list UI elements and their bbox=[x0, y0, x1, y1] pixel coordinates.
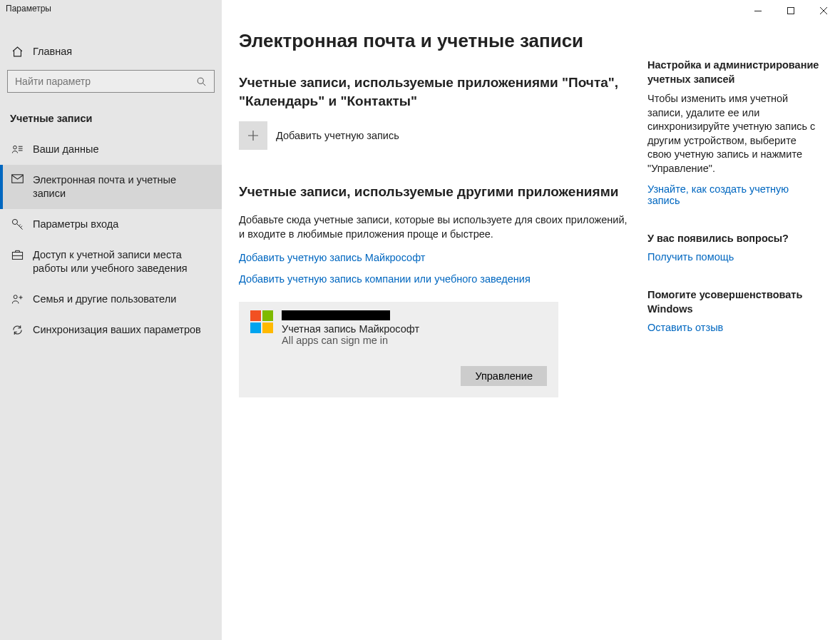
sidebar-item-label: Доступ к учетной записи места работы или… bbox=[33, 248, 212, 275]
sidebar-item-label: Синхронизация ваших параметров bbox=[33, 323, 201, 337]
svg-rect-0 bbox=[754, 11, 762, 11]
home-nav[interactable]: Главная bbox=[0, 36, 222, 67]
search-icon bbox=[196, 76, 207, 87]
window-controls bbox=[742, 0, 840, 21]
sidebar-item-email-accounts[interactable]: Электронная почта и учетные записи bbox=[0, 165, 222, 209]
link-get-help[interactable]: Получить помощь bbox=[647, 251, 823, 263]
aside-block1-title: Настройка и администрирование учетных за… bbox=[647, 59, 823, 86]
aside-block1-text: Чтобы изменить имя учетной записи, удали… bbox=[647, 92, 823, 176]
section2-text: Добавьте сюда учетные записи, которые вы… bbox=[239, 213, 630, 242]
sidebar-section-label: Учетные записи bbox=[0, 93, 222, 134]
svg-rect-4 bbox=[11, 175, 23, 183]
home-icon bbox=[10, 46, 24, 58]
sidebar-item-label: Параметры входа bbox=[33, 218, 118, 231]
svg-rect-1 bbox=[788, 8, 794, 14]
plus-icon bbox=[239, 121, 267, 150]
sidebar: Параметры Главная Учетные записи Ваши да… bbox=[0, 0, 222, 640]
account-card[interactable]: Учетная запись Майкрософт All apps can s… bbox=[239, 302, 558, 397]
section1-heading: Учетные записи, используемые приложениям… bbox=[239, 73, 630, 110]
section2-heading: Учетные записи, используемые другими при… bbox=[239, 183, 630, 201]
link-add-work-account[interactable]: Добавить учетную запись компании или уче… bbox=[239, 273, 630, 285]
microsoft-logo-icon bbox=[250, 310, 273, 333]
add-account-button[interactable]: Добавить учетную запись bbox=[239, 121, 630, 150]
svg-point-7 bbox=[14, 295, 17, 299]
mail-icon bbox=[10, 174, 24, 183]
sidebar-item-label: Ваши данные bbox=[33, 143, 99, 156]
sidebar-item-signin-options[interactable]: Параметры входа bbox=[0, 209, 222, 240]
sidebar-item-your-info[interactable]: Ваши данные bbox=[0, 134, 222, 165]
sidebar-item-work-access[interactable]: Доступ к учетной записи места работы или… bbox=[0, 240, 222, 284]
sidebar-item-family-users[interactable]: Семья и другие пользователи bbox=[0, 284, 222, 315]
sidebar-item-label: Семья и другие пользователи bbox=[33, 293, 176, 306]
sidebar-item-label: Электронная почта и учетные записи bbox=[33, 173, 212, 200]
person-details-icon bbox=[10, 143, 24, 156]
aside: Настройка и администрирование учетных за… bbox=[647, 30, 823, 640]
maximize-button[interactable] bbox=[774, 0, 807, 21]
aside-block3-title: Помогите усовершенствовать Windows bbox=[647, 288, 823, 316]
svg-point-2 bbox=[198, 78, 203, 83]
link-add-ms-account[interactable]: Добавить учетную запись Майкрософт bbox=[239, 252, 630, 263]
app-title: Параметры bbox=[0, 0, 222, 17]
search-input[interactable] bbox=[15, 76, 196, 87]
svg-point-3 bbox=[13, 146, 16, 149]
account-type-label: Учетная запись Майкрософт bbox=[282, 323, 419, 335]
people-icon bbox=[10, 293, 24, 305]
aside-block2-title: У вас появились вопросы? bbox=[647, 232, 823, 246]
sync-icon bbox=[10, 324, 24, 336]
minimize-button[interactable] bbox=[742, 0, 774, 21]
key-icon bbox=[10, 218, 24, 230]
add-account-label: Добавить учетную запись bbox=[276, 130, 399, 141]
page-title: Электронная почта и учетные записи bbox=[239, 30, 630, 52]
account-name-redacted bbox=[282, 310, 390, 320]
account-status-label: All apps can sign me in bbox=[282, 335, 419, 346]
search-box[interactable] bbox=[7, 70, 215, 93]
main-content: Электронная почта и учетные записи Учетн… bbox=[222, 0, 840, 640]
manage-button[interactable]: Управление bbox=[461, 366, 547, 386]
link-feedback[interactable]: Оставить отзыв bbox=[647, 322, 823, 333]
briefcase-icon bbox=[10, 249, 24, 260]
sidebar-item-sync-settings[interactable]: Синхронизация ваших параметров bbox=[0, 315, 222, 345]
link-create-account[interactable]: Узнайте, как создать учетную запись bbox=[647, 183, 823, 206]
svg-point-5 bbox=[12, 219, 17, 224]
close-button[interactable] bbox=[807, 0, 840, 21]
home-label: Главная bbox=[33, 46, 72, 57]
